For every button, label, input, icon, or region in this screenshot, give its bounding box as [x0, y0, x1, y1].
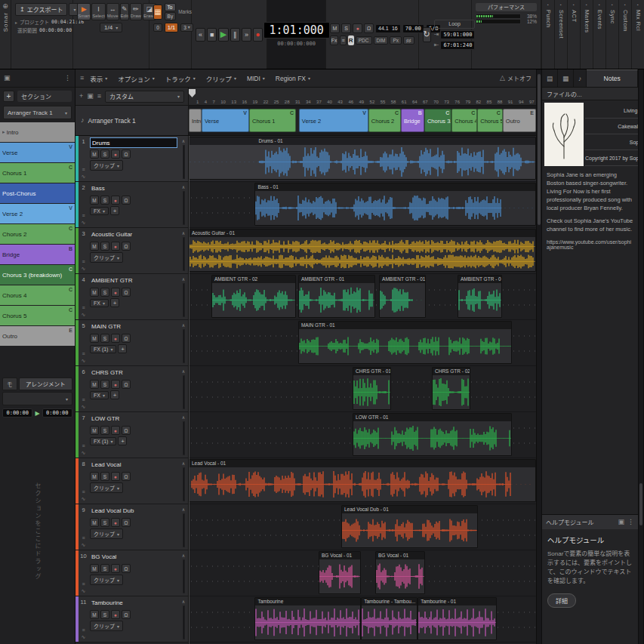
arranger-section-chorus-2[interactable]: Chorus 2 C	[368, 109, 401, 132]
sonar-logo-icon[interactable]: ⊕	[2, 2, 8, 10]
add-fx-button[interactable]: +	[110, 390, 119, 399]
grid-resolution-dropdown[interactable]: 1/4▾	[100, 23, 122, 32]
track-fx-dropdown[interactable]: クリップ▾	[90, 575, 123, 585]
track-sort-icon[interactable]: ≡	[97, 93, 101, 100]
add-fx-button[interactable]: +	[118, 436, 127, 445]
clip-lane-3[interactable]: Acoustic Guitar - 01	[189, 228, 536, 274]
track-mute-button[interactable]: M	[90, 242, 99, 251]
track-header-3[interactable]: 3 ≡ ∿ Acoustic Guitar MS●Ω クリップ▾ ∧	[75, 228, 188, 274]
loop-end-time[interactable]: 67:01:240	[440, 41, 475, 50]
track-view-preset-dropdown[interactable]: カスタム ▾	[105, 91, 184, 103]
track-input-echo-button[interactable]: Ω	[122, 149, 131, 159]
track-solo-button[interactable]: S	[100, 334, 109, 343]
track-arm-button[interactable]: ●	[111, 334, 120, 343]
track-menu-icon[interactable]: ≡	[82, 305, 85, 310]
audio-clip[interactable]: MAIN GTR - 01	[298, 321, 512, 364]
info-row[interactable]: Cakewalk Demos	[585, 119, 644, 134]
track-header-6[interactable]: 6 ≡ ∿ CHRS GTR MS●Ω FX▾ + ∧	[75, 366, 188, 412]
toggle-pdc[interactable]: PDC	[356, 36, 372, 45]
track-mute-button[interactable]: M	[90, 380, 99, 389]
automation-icon[interactable]: ∿	[82, 542, 86, 548]
arranger-section-chorus-5[interactable]: Chorus 5 C	[477, 109, 503, 132]
audio-clip[interactable]: BG Vocal - 01	[319, 551, 361, 594]
clip-lane-1[interactable]: Drums - 01	[189, 136, 536, 182]
track-mute-button[interactable]: M	[90, 518, 99, 527]
automation-icon[interactable]: ∿	[82, 220, 86, 226]
arranger-section-chorus-3[interactable]: Chorus 3... C	[424, 109, 451, 132]
help-dock-icon[interactable]: ▣	[618, 519, 624, 525]
ffwd-button[interactable]: »	[242, 28, 251, 42]
track-mute-button[interactable]: M	[90, 564, 99, 573]
track-mute-button[interactable]: M	[90, 472, 99, 481]
menu-item[interactable]: 表示▾	[90, 74, 107, 83]
clips-area[interactable]: Drums - 01 Bass - 01 Acoustic Guitar - 0…	[189, 136, 536, 644]
track-solo-button[interactable]: S	[100, 149, 109, 159]
track-header-11[interactable]: 11 ≡ ∿ Tambourine MS●Ω クリップ▾ ∧	[75, 596, 188, 642]
audio-clip[interactable]: AMBIENT GTR - 02	[211, 275, 296, 318]
section-item-chorus-4[interactable]: Chorus 4 C	[0, 285, 75, 305]
audio-clip[interactable]: Bass - 01	[254, 183, 536, 226]
track-solo-button[interactable]: S	[100, 380, 109, 389]
side-tab-events[interactable]: ▪ Events	[593, 0, 605, 69]
collapse-icon[interactable]: ∧	[182, 138, 185, 143]
section-item-chorus-3-breakdown[interactable]: Chorus 3 (breakdown) C	[0, 265, 75, 285]
timeline-ruler[interactable]: 1471013161922252831343740434649525558616…	[189, 88, 536, 105]
track-menu-icon[interactable]: ≡	[82, 489, 85, 495]
automation-icon[interactable]: ∿	[82, 266, 86, 272]
track-fx-dropdown[interactable]: FX▾	[90, 207, 109, 215]
side-tab-punch[interactable]: ▪ Punch	[541, 0, 554, 69]
track-input-echo-button[interactable]: Ω	[122, 564, 131, 573]
info-row[interactable]: Copyright 2017 by Sophia Jane	[585, 150, 644, 166]
arranger-track-selector[interactable]: Arranger Track 1 ▾	[3, 106, 72, 119]
audio-clip[interactable]: AMBIENT GTR - 01	[458, 275, 502, 318]
automation-icon[interactable]: ∿	[82, 404, 86, 410]
audio-clip[interactable]: BG Vocal - 01	[375, 551, 425, 594]
tool-select[interactable]: I Select	[91, 3, 106, 20]
track-input-echo-button[interactable]: Ω	[122, 288, 131, 297]
snap-zero-toggle[interactable]: 0	[153, 23, 162, 32]
clip-lane-6[interactable]: CHRS GTR - 01 CHRS GTR - 02	[189, 366, 536, 412]
add-fx-button[interactable]: +	[118, 344, 127, 353]
duplicate-track-icon[interactable]: ▣	[87, 93, 94, 100]
track-solo-button[interactable]: S	[100, 288, 109, 297]
loop-toggle-button[interactable]: ↻	[423, 27, 431, 42]
track-mute-button[interactable]: M	[90, 610, 99, 619]
track-arm-button[interactable]: ●	[111, 518, 120, 527]
track-mute-button[interactable]: M	[90, 426, 99, 435]
track-input-echo-button[interactable]: Ω	[122, 196, 131, 205]
section-item-chorus-2[interactable]: Chorus 2 C	[0, 224, 75, 244]
track-input-echo-button[interactable]: Ω	[122, 242, 131, 251]
audio-clip[interactable]: Lead Vocal Dub - 01	[341, 505, 478, 548]
panel-dock-icon[interactable]: ▣	[4, 75, 11, 82]
collapse-icon[interactable]: ∧	[182, 507, 185, 512]
section-item-verse[interactable]: Verse V	[0, 143, 75, 162]
stop-button[interactable]: ■	[207, 28, 217, 42]
track-solo-button[interactable]: S	[100, 610, 109, 619]
side-tab-markers[interactable]: ▪ Markers	[580, 0, 593, 69]
fx-bypass-button[interactable]: Fx	[330, 35, 338, 45]
track-fx-dropdown[interactable]: クリップ▾	[90, 482, 123, 493]
automation-icon[interactable]: ∿	[82, 496, 86, 502]
collapse-icon[interactable]: ∧	[182, 184, 185, 190]
arranger-section-intro[interactable]: Intro	[189, 109, 202, 132]
toggle-dim[interactable]: DIM	[374, 36, 389, 45]
section-item-chorus-1[interactable]: Chorus 1 C	[0, 163, 75, 183]
track-fx-dropdown[interactable]: FX▾	[90, 299, 109, 307]
tab-media[interactable]: ▦	[558, 69, 574, 87]
clip-lane-11[interactable]: Tambourine Tambourine - Tambou... Tambou…	[189, 596, 536, 642]
track-arm-button[interactable]: ●	[111, 610, 120, 619]
metronome-off-label[interactable]: メトオフ	[507, 74, 532, 82]
tool-smart[interactable]: ▶ Smart	[77, 3, 91, 20]
track-fx-dropdown[interactable]: クリップ▾	[90, 621, 123, 631]
collapse-icon[interactable]: ∧	[182, 368, 185, 374]
track-arm-button[interactable]: ●	[111, 380, 120, 389]
clip-lane-5[interactable]: MAIN GTR - 01	[189, 320, 536, 366]
tab-notes[interactable]: Notes	[587, 69, 638, 87]
add-track-button[interactable]: +	[79, 93, 83, 100]
export-button[interactable]: ↥ エクスポート	[15, 3, 67, 16]
record-button[interactable]: ●	[253, 28, 263, 42]
audio-clip[interactable]: Lead Vocal - 01	[189, 459, 536, 502]
collapse-icon[interactable]: ∧	[182, 553, 185, 558]
track-name[interactable]: BG Vocal	[90, 552, 177, 562]
track-menu-icon[interactable]: ≡	[82, 443, 85, 448]
